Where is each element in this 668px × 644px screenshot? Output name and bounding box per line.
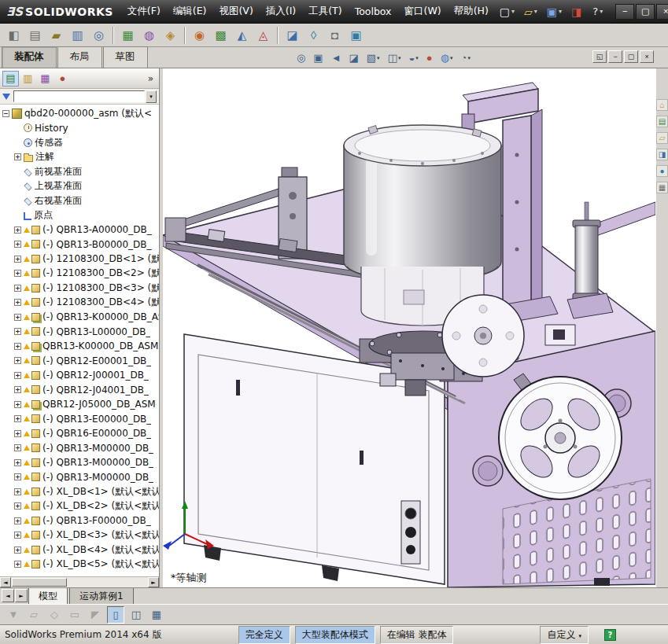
guide-disk[interactable] — [442, 295, 524, 377]
tree-item[interactable]: +(-) XL_DB<1> (默认<默认 — [0, 484, 159, 499]
zoom-area-button[interactable]: ▣ — [310, 50, 326, 66]
tree-item[interactable]: +(-) XL_DB<2> (默认<默认 — [0, 499, 159, 514]
hide-show-components-button[interactable]: ◍ — [139, 25, 159, 45]
expander-toggle[interactable]: + — [14, 415, 21, 422]
tree-item[interactable]: +(-) QBR12-E00001_DB_ — [0, 354, 159, 369]
menu-item[interactable]: 文件(F) — [121, 1, 167, 22]
tree-item[interactable]: +(-) QBR13-M00000_DB_ — [0, 470, 159, 485]
scrollbar-thumb[interactable] — [12, 578, 67, 587]
tab-scroll-right[interactable]: ► — [15, 589, 28, 602]
hide-show-items-button[interactable]: ◒▾ — [405, 50, 421, 66]
display-style-button[interactable]: ◫▾ — [385, 50, 404, 66]
save-document-button[interactable]: ▣▾ — [543, 2, 566, 21]
tree-item[interactable]: +(-) QBR13-B00000_DB_ — [0, 237, 159, 252]
graphics-viewport[interactable]: *等轴测 — [163, 68, 655, 587]
view-settings-button[interactable]: ◔▾ — [458, 50, 474, 66]
task-pane-custom-properties-icon[interactable]: ▦ — [656, 182, 668, 193]
expander-toggle[interactable]: − — [2, 110, 9, 117]
section-properties-button[interactable]: ▣ — [346, 25, 366, 45]
viewport-quad-button[interactable]: ▦ — [148, 606, 165, 624]
tree-item[interactable]: +(-) XL_DB<3> (默认<默认 — [0, 528, 159, 543]
expander-toggle[interactable]: + — [14, 357, 21, 364]
find-references-button[interactable]: ◎ — [89, 25, 109, 45]
task-pane-appearances-icon[interactable]: ● — [656, 165, 668, 177]
expander-toggle[interactable]: + — [14, 532, 21, 539]
expander-toggle[interactable]: + — [14, 241, 21, 248]
expander-toggle[interactable]: + — [14, 328, 21, 335]
tree-item[interactable]: +(-) XL_DB<4> (默认<默认 — [0, 543, 159, 558]
view-orientation-button[interactable]: ▧▾ — [364, 50, 383, 66]
scroll-right-icon[interactable]: ► — [148, 577, 159, 587]
command-tab-active[interactable]: 装配体 — [2, 46, 57, 68]
tree-item[interactable]: History — [0, 121, 159, 136]
tree-item[interactable]: +(-) QBR13-K00000_DB_ASM — [0, 310, 159, 325]
filter-tree-button[interactable]: ▼ — [5, 606, 22, 624]
attachments-button[interactable]: ▰ — [46, 25, 66, 45]
previous-view-button[interactable]: ◄ — [328, 50, 345, 66]
expander-toggle[interactable]: + — [14, 473, 21, 480]
filter-dropdown-button[interactable]: ▾ — [146, 90, 157, 103]
mass-properties-button[interactable]: ◘ — [325, 25, 345, 45]
propertymanager-tab[interactable]: ▥ — [20, 71, 36, 86]
expander-toggle[interactable]: + — [14, 546, 21, 554]
command-tab-item[interactable]: 草图 — [103, 46, 148, 68]
new-document-button[interactable]: ▢▾ — [496, 2, 519, 21]
tree-item[interactable]: 前视基准面 — [0, 164, 159, 179]
viewport-restore-button[interactable]: ◱ — [592, 50, 607, 63]
expander-toggle[interactable]: + — [14, 256, 21, 263]
tree-item[interactable]: +(-) QBR13-M00000_DB_ — [0, 455, 159, 470]
expander-toggle[interactable]: + — [14, 561, 21, 568]
task-pane-view-palette-icon[interactable]: ◨ — [656, 149, 668, 160]
command-tab-item[interactable]: 布局 — [57, 46, 102, 68]
compare-documents-button[interactable]: ▥ — [68, 25, 87, 45]
smart-fasteners-button[interactable]: ◈ — [161, 25, 180, 45]
edit-appearance-button[interactable]: ● — [423, 50, 436, 66]
viewport-maximize-button[interactable]: ▢ — [624, 50, 638, 63]
task-pane-design-library-icon[interactable]: ▤ — [656, 116, 668, 127]
expander-toggle[interactable]: + — [14, 444, 21, 451]
expander-toggle[interactable]: + — [14, 459, 21, 466]
expander-toggle[interactable]: + — [14, 226, 21, 234]
featuremanager-tab[interactable]: ▤ — [2, 71, 19, 86]
expander-toggle[interactable]: + — [14, 314, 21, 321]
tree-item[interactable]: +QBR12-J05000_DB_ASM — [0, 397, 159, 412]
close-button[interactable]: × — [656, 4, 668, 20]
tree-horizontal-scrollbar[interactable]: ◄ ► — [0, 576, 159, 587]
tree-item[interactable]: +(-) QBR13-L00000_DB_ — [0, 325, 159, 340]
expander-toggle[interactable]: + — [14, 401, 21, 408]
open-document-button[interactable]: ▱▾ — [520, 2, 541, 21]
component-pattern-button[interactable]: ▩ — [211, 25, 231, 45]
expander-toggle[interactable]: + — [14, 285, 21, 292]
tree-item[interactable]: 上视基准面 — [0, 179, 159, 194]
interference-detection-button[interactable]: ◪ — [282, 25, 302, 45]
help-menu[interactable]: ?▾ — [586, 6, 609, 17]
menu-item[interactable]: 窗口(W) — [398, 1, 448, 22]
section-view-button[interactable]: ◪ — [346, 50, 362, 66]
tree-root-item[interactable]: −qbd20-000000_asm (默认< — [0, 106, 159, 121]
tree-item[interactable]: +QBR13-K00000_DB_ASM — [0, 339, 159, 354]
expander-toggle[interactable]: + — [14, 430, 21, 437]
tree-item[interactable]: +注解 — [0, 150, 159, 165]
expander-toggle[interactable]: + — [14, 372, 21, 379]
expander-toggle[interactable]: + — [14, 270, 21, 277]
menu-item[interactable]: 视图(V) — [212, 1, 259, 22]
viewport-close-button[interactable]: × — [640, 50, 654, 63]
tree-item[interactable]: +(-) QBR12-J04001_DB_ — [0, 383, 159, 398]
help-badge[interactable]: ? — [604, 629, 616, 641]
restore-button[interactable]: ▢ — [636, 4, 655, 20]
insert-component-button[interactable]: ▦ — [118, 25, 138, 45]
expander-toggle[interactable]: + — [14, 386, 21, 393]
tree-item[interactable]: +(-) QBR16-E00000_DB_ — [0, 426, 159, 441]
menu-item[interactable]: 帮助(H) — [448, 1, 495, 22]
expander-toggle[interactable]: + — [14, 153, 21, 160]
tree-item[interactable]: +(-) QBR12-J00001_DB_ — [0, 368, 159, 383]
mate-button[interactable]: ◉ — [190, 25, 209, 45]
zoom-fit-button[interactable]: ◎ — [293, 50, 308, 66]
filter-input[interactable] — [13, 90, 145, 102]
menu-item[interactable]: Toolbox — [349, 2, 398, 21]
expander-toggle[interactable]: + — [14, 343, 21, 350]
menu-item[interactable]: 编辑(E) — [167, 1, 213, 22]
tree-item[interactable]: +(-) 12108300_DB<1> (默认 — [0, 252, 159, 267]
minimize-button[interactable]: − — [615, 4, 634, 20]
menu-item[interactable]: 插入(I) — [260, 1, 302, 22]
